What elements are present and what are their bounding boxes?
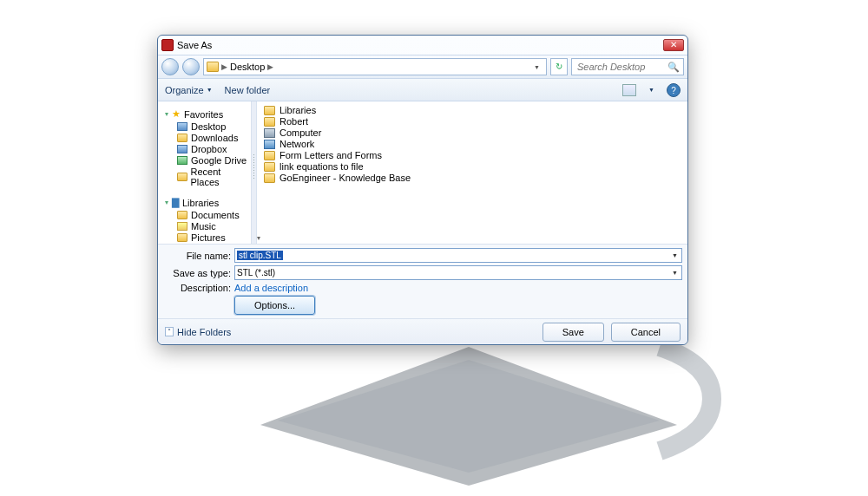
sidebar-libraries-header[interactable]: ▾ ▇ Libraries — [165, 197, 249, 208]
search-icon: 🔍 — [667, 62, 680, 73]
chevron-down-icon[interactable]: ▼ — [530, 64, 543, 70]
search-box[interactable]: 🔍 — [571, 58, 684, 75]
save-button[interactable]: Save — [542, 323, 604, 342]
organize-menu[interactable]: Organize ▼ — [165, 85, 213, 95]
new-folder-label: New folder — [225, 85, 271, 95]
new-folder-button[interactable]: New folder — [225, 85, 271, 95]
list-item[interactable]: Form Letters and Forms — [264, 150, 681, 160]
chevron-right-icon: ▶ — [267, 62, 273, 71]
folder-icon — [264, 173, 275, 183]
list-item[interactable]: GoEngineer - Knowledge Base — [264, 173, 681, 183]
folder-icon — [177, 211, 187, 219]
close-button[interactable]: ✕ — [663, 39, 684, 51]
savetype-value: STL (*.stl) — [237, 268, 275, 277]
organize-label: Organize — [165, 85, 204, 95]
list-item[interactable]: link equations to file — [264, 161, 681, 172]
chevron-down-icon: ▼ — [207, 87, 213, 93]
chevron-down-icon[interactable]: ▼ — [648, 87, 654, 93]
list-item[interactable]: Network — [264, 139, 681, 149]
svg-marker-0 — [260, 347, 677, 486]
savetype-field[interactable]: STL (*.stl) ▼ — [234, 265, 682, 280]
dialog-body: ▾ ★ Favorites Desktop Downloads Dropbox … — [158, 101, 687, 244]
libraries-icon — [264, 106, 275, 115]
app-icon — [161, 39, 174, 51]
filename-label: File name: — [163, 251, 231, 261]
background-part — [208, 321, 729, 494]
svg-marker-1 — [278, 360, 660, 473]
description-label: Description: — [163, 283, 231, 293]
favorites-label: Favorites — [184, 109, 223, 120]
folder-icon — [264, 151, 275, 160]
computer-icon — [264, 128, 275, 138]
sidebar-item-recent-places[interactable]: Recent Places — [177, 166, 249, 187]
chevron-down-icon: ▾ — [165, 199, 168, 206]
search-input[interactable] — [575, 61, 667, 73]
folder-icon — [207, 62, 219, 72]
chevron-down-icon[interactable]: ▼ — [670, 252, 680, 258]
chevron-down-icon: ▾ — [165, 110, 168, 118]
breadcrumb[interactable]: ▶ Desktop ▶ ▼ — [203, 58, 547, 75]
music-icon — [177, 222, 187, 231]
sidebar-item-google-drive[interactable]: Google Drive — [177, 155, 249, 166]
description-row: Description: Add a description — [163, 283, 682, 293]
list-item[interactable]: Robert — [264, 116, 681, 127]
options-row: Options... — [163, 296, 682, 315]
filename-field[interactable]: stl clip.STL ▼ — [234, 248, 682, 263]
titlebar: Save As ✕ — [158, 36, 687, 55]
chevron-up-icon: ˄ — [165, 327, 174, 336]
chevron-right-icon: ▶ — [221, 62, 227, 71]
options-button[interactable]: Options... — [234, 296, 315, 315]
google-drive-icon — [177, 156, 187, 165]
sidebar-item-documents[interactable]: Documents — [177, 210, 249, 220]
recent-icon — [177, 173, 187, 181]
nav-back-button[interactable] — [161, 58, 179, 75]
toolbar: Organize ▼ New folder ▼ ? — [158, 79, 687, 101]
libraries-label: Libraries — [182, 198, 219, 208]
nav-forward-button[interactable] — [182, 58, 200, 75]
save-form: File name: stl clip.STL ▼ Save as type: … — [158, 244, 687, 318]
sidebar-item-music[interactable]: Music — [177, 221, 249, 232]
breadcrumb-location: Desktop — [230, 62, 265, 72]
sidebar-favorites-header[interactable]: ▾ ★ Favorites — [165, 108, 249, 120]
hide-folders-label: Hide Folders — [177, 327, 231, 337]
filename-value: stl clip.STL — [237, 251, 283, 260]
dialog-footer: ˄ Hide Folders Save Cancel — [158, 318, 687, 344]
libraries-icon: ▇ — [172, 197, 179, 208]
content-pane[interactable]: Libraries Robert Computer Network Form L… — [257, 101, 687, 244]
add-description-link[interactable]: Add a description — [234, 283, 308, 293]
savetype-row: Save as type: STL (*.stl) ▼ — [163, 265, 682, 280]
scroll-arrow-icon[interactable]: ▾ — [257, 234, 260, 242]
star-icon: ★ — [172, 108, 181, 120]
sidebar-item-downloads[interactable]: Downloads — [177, 133, 249, 143]
dropbox-icon — [177, 145, 187, 153]
pictures-icon — [177, 233, 187, 242]
help-button[interactable]: ? — [667, 83, 681, 97]
chevron-down-icon[interactable]: ▼ — [670, 270, 680, 276]
save-as-dialog: Save As ✕ ▶ Desktop ▶ ▼ ↻ 🔍 Organize ▼ N… — [157, 35, 688, 345]
hide-folders-button[interactable]: ˄ Hide Folders — [165, 327, 231, 337]
navbar: ▶ Desktop ▶ ▼ ↻ 🔍 — [158, 55, 687, 79]
folder-icon — [264, 162, 275, 172]
sidebar-item-pictures[interactable]: Pictures — [177, 232, 249, 243]
sidebar-item-dropbox[interactable]: Dropbox — [177, 144, 249, 154]
desktop-icon — [177, 122, 187, 131]
savetype-label: Save as type: — [163, 268, 231, 278]
list-item[interactable]: Libraries — [264, 105, 681, 115]
sidebar-item-desktop[interactable]: Desktop — [177, 121, 249, 132]
filename-row: File name: stl clip.STL ▼ — [163, 248, 682, 263]
refresh-button[interactable]: ↻ — [550, 58, 568, 75]
network-icon — [264, 140, 275, 149]
sidebar: ▾ ★ Favorites Desktop Downloads Dropbox … — [158, 101, 252, 244]
window-title: Save As — [177, 40, 663, 50]
list-item[interactable]: Computer — [264, 127, 681, 138]
folder-icon — [177, 134, 187, 142]
cancel-button[interactable]: Cancel — [611, 323, 681, 342]
view-options-button[interactable] — [622, 84, 636, 96]
user-folder-icon — [264, 117, 275, 127]
